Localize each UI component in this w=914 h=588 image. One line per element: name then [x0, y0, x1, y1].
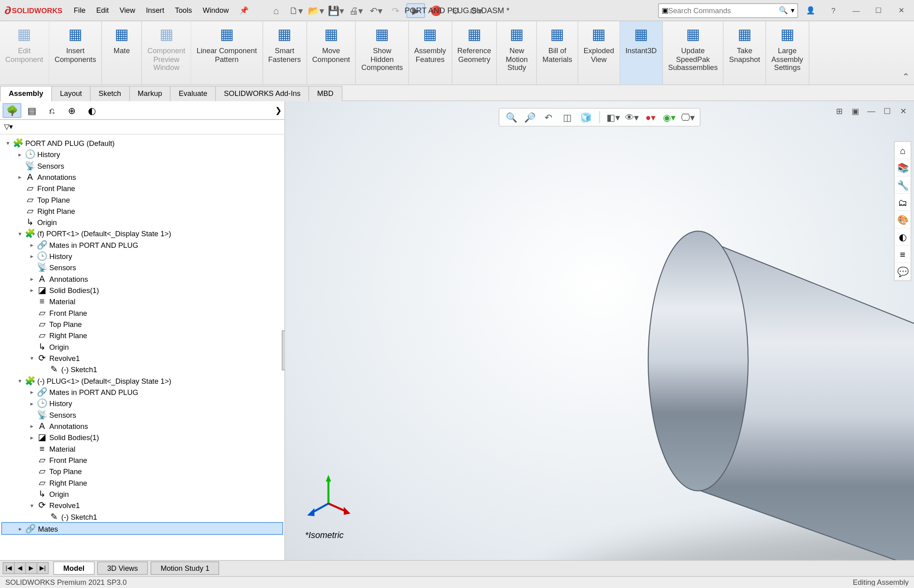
- tree-item[interactable]: ▸◪Solid Bodies(1): [1, 432, 283, 443]
- tree-twisty-icon[interactable]: ▾: [16, 230, 24, 237]
- close-icon[interactable]: ✕: [891, 3, 911, 18]
- display-manager-tab-icon[interactable]: ◐: [83, 103, 102, 118]
- taskpane-view-palette-icon[interactable]: 🎨: [895, 211, 911, 228]
- tab-next-icon[interactable]: ▶: [25, 562, 37, 574]
- tree-twisty-icon[interactable]: ▸: [28, 241, 36, 248]
- configuration-tab-icon[interactable]: ⎌: [43, 103, 62, 118]
- ribbon-insert-components[interactable]: ▦InsertComponents: [49, 21, 102, 84]
- tree-item[interactable]: 📡Sensors: [1, 262, 283, 273]
- ribbon-move-component[interactable]: ▦MoveComponent: [307, 21, 356, 84]
- view-orientation-icon[interactable]: 🧊: [578, 110, 594, 125]
- tree-item[interactable]: ▱Right Plane: [1, 205, 283, 216]
- tree-item[interactable]: 📡Sensors: [1, 409, 283, 420]
- tab-assembly[interactable]: Assembly: [0, 86, 52, 101]
- tree-item[interactable]: ↳Origin: [1, 217, 283, 228]
- tree-twisty-icon[interactable]: ▸: [28, 423, 36, 429]
- tree-item[interactable]: ▾⟳Revolve1: [1, 500, 283, 511]
- tab-last-icon[interactable]: ▶|: [37, 562, 49, 574]
- ribbon-collapse-icon[interactable]: ⌃: [902, 71, 910, 82]
- tree-item[interactable]: ▸🔗Mates in PORT AND PLUG: [1, 386, 283, 397]
- tree-item[interactable]: ▱Front Plane: [1, 454, 283, 465]
- taskpane-file-explorer-icon[interactable]: 🗂: [895, 194, 911, 211]
- tree-item[interactable]: ≡Material: [1, 443, 283, 454]
- tree-twisty-icon[interactable]: ▸: [28, 389, 36, 395]
- tree-item[interactable]: ▱Top Plane: [1, 318, 283, 329]
- zoom-area-icon[interactable]: 🔎: [522, 110, 538, 125]
- tab-layout[interactable]: Layout: [51, 86, 90, 101]
- tree-twisty-icon[interactable]: ▸: [28, 434, 36, 441]
- print-icon[interactable]: 🖨▾: [347, 3, 365, 18]
- tree-twisty-icon[interactable]: ▾: [28, 355, 36, 361]
- ribbon-update-speedpak[interactable]: ▦UpdateSpeedPakSubassemblies: [663, 21, 724, 84]
- ribbon-new-motion-study[interactable]: ▦NewMotionStudy: [497, 21, 537, 84]
- tree-item[interactable]: ≡Material: [1, 296, 283, 307]
- doc-close-icon[interactable]: ✕: [897, 105, 910, 117]
- graphics-viewport[interactable]: ⊞ ▣ — ☐ ✕ 🔍 🔎 ↶ ◫ 🧊 ◧▾ 👁▾ ●▾ ◉▾ 🖵▾: [285, 101, 914, 560]
- tree-item[interactable]: ▱Right Plane: [1, 330, 283, 341]
- ribbon-linear-pattern[interactable]: ▦Linear ComponentPattern: [191, 21, 263, 84]
- open-icon[interactable]: 📂▾: [307, 3, 325, 18]
- tree-root[interactable]: ▾🧩PORT AND PLUG (Default): [1, 137, 283, 148]
- taskpane-custom-props-icon[interactable]: ≡: [895, 246, 911, 263]
- section-view-icon[interactable]: ◫: [559, 110, 575, 125]
- tab-markup[interactable]: Markup: [129, 86, 171, 101]
- tree-item[interactable]: ▸AAnnotations: [1, 420, 283, 431]
- tree-item[interactable]: 📡Sensors: [1, 160, 283, 171]
- menu-view[interactable]: View: [115, 4, 140, 17]
- menu-edit[interactable]: Edit: [92, 4, 114, 17]
- redo-icon[interactable]: ↷: [387, 3, 405, 18]
- home-icon[interactable]: ⌂: [267, 3, 285, 18]
- search-commands[interactable]: ▣ 🔍 ▾: [658, 3, 798, 18]
- ribbon-bom[interactable]: ▦Bill ofMaterials: [537, 21, 578, 84]
- apply-scene-icon[interactable]: ◉▾: [661, 110, 677, 125]
- ribbon-reference-geometry[interactable]: ▦ReferenceGeometry: [452, 21, 497, 84]
- taskpane-home-icon[interactable]: ⌂: [895, 142, 911, 159]
- doc-minimize-icon[interactable]: —: [865, 105, 878, 117]
- doc-arrange-icon[interactable]: ⊞: [833, 105, 846, 117]
- new-icon[interactable]: 🗋▾: [287, 3, 305, 18]
- tree-item[interactable]: ↳Origin: [1, 488, 283, 499]
- tree-item[interactable]: ▸AAnnotations: [1, 171, 283, 182]
- ribbon-smart-fasteners[interactable]: ▦SmartFasteners: [263, 21, 307, 84]
- filter-bar[interactable]: ▽▾: [0, 120, 284, 135]
- property-manager-tab-icon[interactable]: ▤: [23, 103, 42, 118]
- tab-mbd[interactable]: MBD: [309, 86, 342, 101]
- search-icon[interactable]: 🔍: [779, 6, 788, 15]
- tab-first-icon[interactable]: |◀: [3, 562, 15, 574]
- tree-item[interactable]: ✎(-) Sketch1: [1, 511, 283, 522]
- tree-twisty-icon[interactable]: ▸: [28, 275, 36, 282]
- tree-item[interactable]: ▱Front Plane: [1, 307, 283, 318]
- edit-appearance-icon[interactable]: ●▾: [643, 110, 659, 125]
- bottom-tab-model[interactable]: Model: [53, 562, 94, 575]
- ribbon-exploded-view[interactable]: ▦ExplodedView: [578, 21, 620, 84]
- tab-prev-icon[interactable]: ◀: [14, 562, 26, 574]
- feature-tree-tab-icon[interactable]: 🌳: [3, 103, 22, 118]
- tree-twisty-icon[interactable]: ▸: [17, 525, 25, 532]
- tree-item[interactable]: ↳Origin: [1, 341, 283, 352]
- tree-twisty-icon[interactable]: ▾: [28, 502, 36, 508]
- ribbon-assembly-features[interactable]: ▦AssemblyFeatures: [409, 21, 452, 84]
- view-triad-icon[interactable]: [305, 473, 352, 520]
- tree-item[interactable]: ▸AAnnotations: [1, 273, 283, 284]
- tree-item[interactable]: ▸🔗Mates in PORT AND PLUG: [1, 239, 283, 250]
- taskpane-design-library-icon[interactable]: 🔧: [895, 177, 911, 194]
- tree-item[interactable]: ▱Front Plane: [1, 183, 283, 194]
- menu-window[interactable]: Window: [198, 4, 233, 17]
- view-settings-icon[interactable]: 🖵▾: [680, 110, 696, 125]
- tree-item[interactable]: ▸🕒History: [1, 250, 283, 261]
- save-icon[interactable]: 💾▾: [327, 3, 345, 18]
- tree-twisty-icon[interactable]: ▸: [28, 287, 36, 293]
- menu-insert[interactable]: Insert: [141, 4, 169, 17]
- hide-show-icon[interactable]: 👁▾: [624, 110, 640, 125]
- zoom-fit-icon[interactable]: 🔍: [503, 110, 519, 125]
- panel-collapse-icon[interactable]: ❯: [275, 106, 282, 115]
- tree-item[interactable]: ▸🕒History: [1, 398, 283, 409]
- ribbon-instant3d[interactable]: ▦Instant3D: [620, 21, 663, 84]
- bottom-tab-3dviews[interactable]: 3D Views: [97, 562, 148, 575]
- menu-pin-icon[interactable]: 📌: [235, 4, 253, 17]
- tab-sketch[interactable]: Sketch: [90, 86, 130, 101]
- tree-item[interactable]: ▸🕒History: [1, 149, 283, 160]
- tree-twisty-icon[interactable]: ▸: [28, 400, 36, 407]
- menu-file[interactable]: File: [69, 4, 90, 17]
- tab-evaluate[interactable]: Evaluate: [170, 86, 216, 101]
